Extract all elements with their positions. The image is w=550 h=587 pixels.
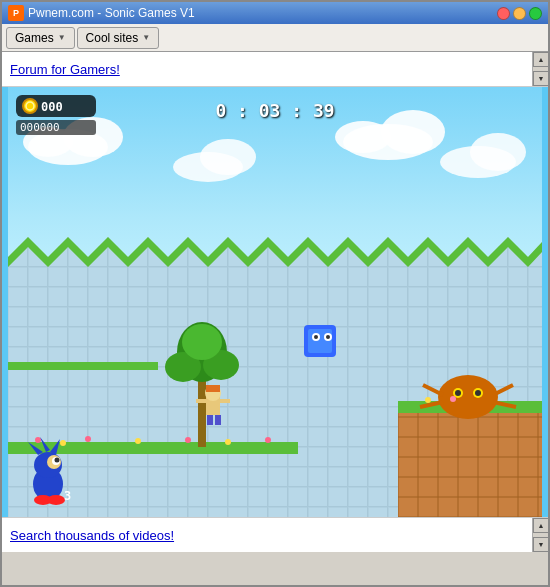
svg-point-29 — [135, 438, 141, 444]
games-menu-arrow: ▼ — [58, 33, 66, 42]
svg-point-16 — [470, 133, 526, 171]
forum-link-bar: Forum for Gamers! ▲ ▼ — [2, 52, 548, 87]
svg-rect-22 — [398, 407, 542, 517]
window-title: Pwnem.com - Sonic Games V1 — [28, 6, 195, 20]
scroll-down-button[interactable]: ▼ — [533, 71, 549, 86]
svg-point-27 — [60, 440, 66, 446]
svg-point-59 — [475, 390, 481, 396]
svg-point-11 — [200, 139, 256, 175]
search-bar: Search thousands of videos! ▲ ▼ — [2, 517, 548, 552]
cool-sites-menu-arrow: ▼ — [142, 33, 150, 42]
svg-rect-25 — [8, 362, 158, 370]
forum-link[interactable]: Forum for Gamers! — [10, 62, 120, 77]
search-link-container: Search thousands of videos! — [10, 528, 540, 543]
svg-point-76 — [26, 102, 34, 110]
search-bar-scrollbar: ▲ ▼ — [532, 518, 548, 552]
menu-bar: Games ▼ Cool sites ▼ — [2, 24, 548, 52]
svg-point-67 — [55, 458, 60, 463]
games-menu-label: Games — [15, 31, 54, 45]
svg-text:0 : 03 : 39: 0 : 03 : 39 — [215, 100, 334, 121]
cool-sites-menu[interactable]: Cool sites ▼ — [77, 27, 160, 49]
title-bar: P Pwnem.com - Sonic Games V1 — [2, 2, 548, 24]
window-controls — [497, 7, 542, 20]
close-button[interactable] — [497, 7, 510, 20]
minimize-button[interactable] — [513, 7, 526, 20]
svg-point-50 — [326, 335, 330, 339]
svg-rect-42 — [220, 399, 230, 403]
app-icon: P — [8, 5, 24, 21]
search-scroll-up-button[interactable]: ▲ — [533, 518, 549, 533]
svg-rect-43 — [207, 415, 213, 425]
svg-point-51 — [438, 375, 498, 419]
svg-point-31 — [225, 439, 231, 445]
svg-text:000000: 000000 — [20, 121, 60, 134]
svg-point-32 — [265, 437, 271, 443]
game-canvas: 3 000 000000 0 : 03 : 39 — [2, 87, 548, 517]
svg-point-69 — [47, 495, 65, 505]
svg-point-26 — [35, 437, 41, 443]
cool-sites-menu-label: Cool sites — [86, 31, 139, 45]
svg-rect-44 — [215, 415, 221, 425]
svg-rect-46 — [308, 329, 332, 353]
svg-text:3: 3 — [64, 489, 71, 503]
svg-point-13 — [381, 110, 445, 154]
svg-point-14 — [335, 121, 391, 153]
svg-point-72 — [425, 397, 431, 403]
svg-point-73 — [450, 396, 456, 402]
title-bar-left: P Pwnem.com - Sonic Games V1 — [8, 5, 195, 21]
svg-point-49 — [314, 335, 318, 339]
games-menu[interactable]: Games ▼ — [6, 27, 75, 49]
svg-point-58 — [455, 390, 461, 396]
svg-text:000: 000 — [41, 100, 63, 114]
search-link[interactable]: Search thousands of videos! — [10, 528, 174, 543]
svg-point-30 — [185, 437, 191, 443]
maximize-button[interactable] — [529, 7, 542, 20]
svg-rect-41 — [196, 399, 206, 403]
svg-point-28 — [85, 436, 91, 442]
search-scroll-down-button[interactable]: ▼ — [533, 537, 549, 552]
svg-point-37 — [182, 324, 222, 360]
forum-link-container: Forum for Gamers! — [10, 62, 540, 77]
scroll-up-button[interactable]: ▲ — [533, 52, 549, 67]
game-area[interactable]: 3 000 000000 0 : 03 : 39 — [2, 87, 548, 517]
svg-rect-40 — [206, 385, 220, 392]
link-bar-scrollbar: ▲ ▼ — [532, 52, 548, 86]
